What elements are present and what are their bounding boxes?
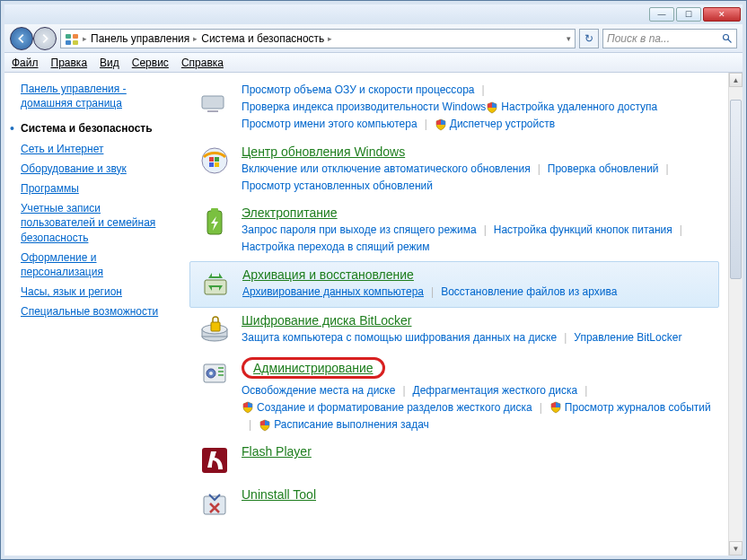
menu-file[interactable]: Файл: [12, 57, 39, 69]
link-backup-data[interactable]: Архивирование данных компьютера: [242, 284, 424, 301]
svg-rect-14: [211, 208, 218, 212]
sidebar-item-network[interactable]: Сеть и Интернет: [21, 142, 103, 156]
sidebar-item-accessibility[interactable]: Специальные возможности: [21, 304, 158, 319]
refresh-button[interactable]: ↻: [579, 29, 599, 48]
menubar: Файл Правка Вид Сервис Справка: [4, 53, 743, 73]
sidebar-home[interactable]: Панель управления - домашняя страница: [21, 83, 127, 109]
uninstall-tool-icon: [197, 487, 233, 520]
title-admin[interactable]: Администрирование: [242, 357, 385, 379]
search-input[interactable]: Поиск в па...: [602, 29, 737, 48]
navbar: ▸ Панель управления ▸ Система и безопасн…: [4, 24, 743, 53]
link-sleep-settings[interactable]: Настройка перехода в спящий режим: [242, 239, 429, 256]
chevron-right-icon: ▸: [328, 34, 332, 43]
breadcrumb-section[interactable]: Система и безопасность: [201, 32, 324, 45]
link-auto-update[interactable]: Включение или отключение автоматического…: [242, 161, 531, 178]
shield-icon: [549, 401, 562, 414]
link-event-log[interactable]: Просмотр журналов событий: [549, 399, 711, 416]
link-disk-cleanup[interactable]: Освобождение места на диске: [242, 382, 395, 399]
sidebar-item-users[interactable]: Учетные записи пользователей и семейная …: [21, 201, 171, 245]
sidebar-list: Система и безопасность Сеть и Интернет О…: [21, 121, 171, 319]
back-button[interactable]: [10, 27, 33, 50]
sidebar-item-hardware[interactable]: Оборудование и звук: [21, 162, 127, 176]
link-installed-updates[interactable]: Просмотр установленных обновлений: [242, 178, 433, 195]
menu-view[interactable]: Вид: [100, 57, 119, 69]
scroll-up-button[interactable]: ▲: [729, 73, 743, 87]
svg-line-5: [728, 39, 732, 42]
title-uninstall[interactable]: Uninstall Tool: [242, 487, 316, 502]
link-check-updates[interactable]: Проверка обновлений: [548, 161, 659, 178]
svg-rect-10: [215, 157, 219, 162]
sidebar-item-programs[interactable]: Программы: [21, 181, 79, 196]
link-defrag[interactable]: Дефрагментация жесткого диска: [413, 382, 578, 399]
link-power-buttons[interactable]: Настройка функций кнопок питания: [494, 222, 672, 239]
titlebar: — ☐ ✕: [4, 4, 743, 24]
svg-rect-2: [66, 40, 71, 45]
section-windows-update: Центр обновления Windows Включение или о…: [189, 139, 719, 200]
svg-rect-11: [209, 162, 214, 167]
svg-rect-19: [211, 322, 220, 331]
svg-rect-1: [73, 34, 78, 39]
link-computer-name[interactable]: Просмотр имени этого компьютера: [242, 116, 417, 133]
search-icon: [722, 33, 733, 44]
svg-rect-6: [202, 96, 224, 109]
svg-point-4: [724, 34, 729, 39]
title-backup[interactable]: Архивация и восстановление: [242, 267, 414, 282]
svg-rect-3: [73, 40, 78, 45]
sidebar: Панель управления - домашняя страница Си…: [4, 73, 184, 556]
link-remote-access[interactable]: Настройка удаленного доступа: [486, 99, 657, 116]
chevron-right-icon: ▸: [83, 34, 87, 43]
breadcrumb-root[interactable]: Панель управления: [91, 32, 189, 45]
shield-icon: [486, 101, 498, 114]
minimize-button[interactable]: —: [649, 7, 674, 22]
section-power: Электропитание Запрос пароля при выходе …: [189, 200, 719, 261]
sidebar-item-appearance[interactable]: Оформление и персонализация: [21, 250, 171, 279]
link-ram-cpu[interactable]: Просмотр объема ОЗУ и скорости процессор…: [242, 82, 475, 99]
windows-update-icon: [197, 144, 233, 195]
section-bitlocker: Шифрование диска BitLocker Защита компью…: [189, 308, 719, 352]
admin-tools-icon: [197, 357, 233, 434]
close-button[interactable]: ✕: [703, 7, 741, 22]
svg-rect-7: [207, 110, 218, 112]
backup-icon: [198, 267, 233, 301]
shield-icon: [435, 118, 447, 131]
forward-button[interactable]: [33, 27, 57, 50]
window-frame: — ☐ ✕ ▸ Панель управления ▸ Система и бе…: [0, 0, 747, 560]
svg-point-22: [209, 372, 213, 375]
sidebar-item-clock[interactable]: Часы, язык и регион: [21, 284, 122, 299]
section-uninstall: Uninstall Tool: [189, 482, 719, 525]
link-partitions[interactable]: Создание и форматирование разделов жестк…: [242, 399, 532, 416]
svg-rect-9: [209, 157, 214, 162]
content-area: Просмотр объема ОЗУ и скорости процессор…: [184, 73, 743, 556]
title-bitlocker[interactable]: Шифрование диска BitLocker: [242, 313, 412, 328]
svg-rect-12: [215, 162, 219, 167]
maximize-button[interactable]: ☐: [676, 7, 701, 22]
title-flash[interactable]: Flash Player: [242, 444, 312, 459]
link-bitlocker-manage[interactable]: Управление BitLocker: [574, 329, 681, 346]
menu-edit[interactable]: Правка: [51, 57, 88, 69]
section-admin: Администрирование Освобождение места на …: [189, 352, 719, 440]
scrollbar[interactable]: ▲ ▼: [728, 73, 743, 556]
title-windows-update[interactable]: Центр обновления Windows: [242, 144, 405, 159]
shield-icon: [242, 401, 254, 414]
link-perf-index[interactable]: Проверка индекса производительности Wind…: [242, 99, 486, 116]
address-bar[interactable]: ▸ Панель управления ▸ Система и безопасн…: [60, 29, 576, 48]
scroll-thumb[interactable]: [730, 100, 742, 279]
shield-icon: [259, 419, 271, 432]
sidebar-item-system-security[interactable]: Система и безопасность: [21, 121, 153, 136]
title-power[interactable]: Электропитание: [242, 206, 338, 220]
section-backup: Архивация и восстановление Архивирование…: [189, 261, 719, 307]
link-password-wake[interactable]: Запрос пароля при выходе из спящего режи…: [242, 222, 477, 239]
control-panel-icon: [65, 31, 79, 46]
chevron-down-icon[interactable]: ▾: [567, 34, 571, 43]
battery-icon: [197, 206, 233, 256]
scroll-down-button[interactable]: ▼: [729, 541, 743, 556]
menu-help[interactable]: Справка: [181, 57, 224, 69]
link-task-schedule[interactable]: Расписание выполнения задач: [259, 416, 429, 433]
link-device-manager[interactable]: Диспетчер устройств: [435, 116, 555, 133]
bitlocker-icon: [197, 313, 233, 346]
link-restore-files[interactable]: Восстановление файлов из архива: [441, 284, 617, 301]
menu-tools[interactable]: Сервис: [132, 57, 169, 69]
section-flash: Flash Player: [189, 439, 719, 482]
link-bitlocker-protect[interactable]: Защита компьютера с помощью шифрования д…: [242, 329, 557, 346]
section-system-partial: Просмотр объема ОЗУ и скорости процессор…: [189, 76, 719, 139]
